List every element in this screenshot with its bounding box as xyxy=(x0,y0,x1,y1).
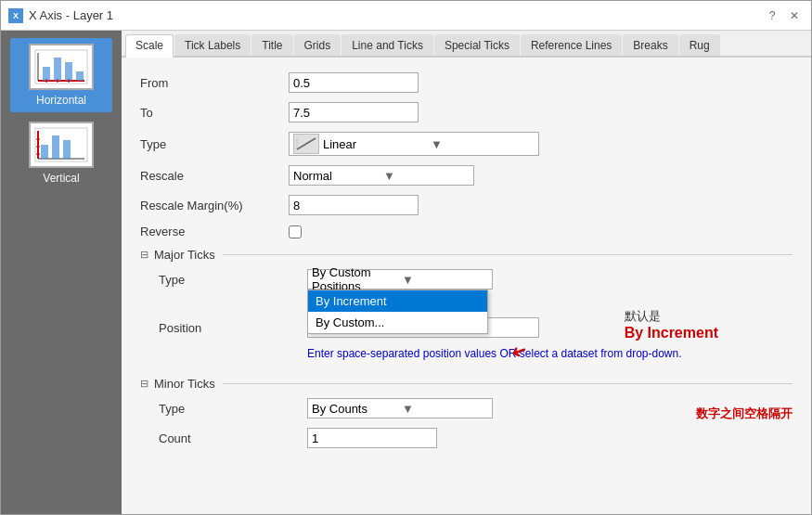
rescale-margin-row: Rescale Margin(%) xyxy=(140,195,793,215)
rescale-margin-control xyxy=(289,195,419,215)
major-ticks-line xyxy=(223,254,793,255)
vertical-label: Vertical xyxy=(43,172,79,185)
tab-grids[interactable]: Grids xyxy=(294,34,342,56)
minor-type-control: By Counts ▼ xyxy=(307,398,493,418)
count-row: Count xyxy=(159,428,793,448)
info-text: Enter space-separated position values OR… xyxy=(307,347,682,360)
svg-rect-4 xyxy=(54,58,61,81)
minor-ticks-content: Type By Counts ▼ Count xyxy=(140,398,793,448)
horizontal-label: Horizontal xyxy=(36,94,86,107)
major-ticks-title: Major Ticks xyxy=(154,248,215,262)
rescale-select[interactable]: Normal ▼ xyxy=(289,165,474,186)
title-bar: X X Axis - Layer 1 ? ✕ xyxy=(1,1,811,31)
annotation-label1: 默认是 xyxy=(625,308,718,325)
from-control xyxy=(289,72,419,93)
dropdown-item-by-increment[interactable]: By Increment xyxy=(308,290,487,312)
content-area: Horizontal Vertical xyxy=(1,31,811,514)
tab-tick-labels[interactable]: Tick Labels xyxy=(174,34,251,56)
count-input[interactable] xyxy=(307,428,437,448)
svg-line-19 xyxy=(297,138,316,149)
sidebar: Horizontal Vertical xyxy=(1,31,122,514)
position-label: Position xyxy=(159,321,307,335)
major-type-control: By Custom Positions ▼ By Increment By Cu… xyxy=(307,269,493,290)
reverse-label: Reverse xyxy=(140,225,289,238)
rescale-value: Normal xyxy=(293,169,380,183)
window-icon: X xyxy=(8,8,23,23)
rescale-label: Rescale xyxy=(140,169,289,183)
minor-type-arrow: ▼ xyxy=(402,402,488,416)
type-label: Type xyxy=(140,137,289,151)
major-type-arrow: ▼ xyxy=(402,273,488,287)
from-label: From xyxy=(140,76,289,90)
sidebar-item-vertical[interactable]: Vertical xyxy=(10,116,112,190)
type-arrow: ▼ xyxy=(431,137,535,151)
from-row: From xyxy=(140,72,793,93)
to-row: To xyxy=(140,102,793,122)
main-window: X X Axis - Layer 1 ? ✕ xyxy=(0,0,812,515)
reverse-control xyxy=(289,225,302,238)
minor-ticks-collapse[interactable]: ⊟ xyxy=(140,378,148,390)
annotation-label3: 数字之间空格隔开 xyxy=(696,406,793,422)
type-select[interactable]: Linear ▼ xyxy=(289,132,539,156)
title-controls: ? ✕ xyxy=(763,6,804,25)
annotation-group: 默认是 By Increment xyxy=(625,308,718,341)
tab-special-ticks[interactable]: Special Ticks xyxy=(434,34,520,56)
tab-reference-lines[interactable]: Reference Lines xyxy=(521,34,622,56)
minor-ticks-line xyxy=(223,383,793,384)
tab-breaks[interactable]: Breaks xyxy=(623,34,677,56)
svg-rect-13 xyxy=(41,145,48,159)
type-control: Linear ▼ xyxy=(289,132,539,156)
to-label: To xyxy=(140,106,289,120)
tab-line-and-ticks[interactable]: Line and Ticks xyxy=(342,34,433,56)
tab-bar: Scale Tick Labels Title Grids Line and T… xyxy=(122,31,811,58)
major-type-select[interactable]: By Custom Positions ▼ xyxy=(307,269,493,290)
form-area: From To Type xyxy=(122,58,811,514)
dropdown-item-by-custom[interactable]: By Custom... xyxy=(308,312,487,333)
svg-rect-5 xyxy=(65,62,72,81)
to-input[interactable] xyxy=(289,102,419,122)
from-input[interactable] xyxy=(289,72,419,93)
major-ticks-header: ⊟ Major Ticks xyxy=(140,248,793,262)
svg-rect-3 xyxy=(43,67,50,81)
major-type-dropdown: By Increment By Custom... xyxy=(307,290,488,334)
minor-type-label: Type xyxy=(159,402,307,416)
rescale-margin-input[interactable] xyxy=(289,195,419,215)
horizontal-icon xyxy=(29,44,94,90)
major-ticks-collapse[interactable]: ⊟ xyxy=(140,249,148,261)
minor-ticks-header: ⊟ Minor Ticks xyxy=(140,377,793,391)
rescale-control: Normal ▼ xyxy=(289,165,474,186)
main-panel: Scale Tick Labels Title Grids Line and T… xyxy=(122,31,811,514)
window-title: X Axis - Layer 1 xyxy=(29,8,113,22)
reverse-row: Reverse xyxy=(140,225,793,238)
type-value: Linear xyxy=(323,137,427,151)
svg-rect-6 xyxy=(76,71,84,81)
count-control xyxy=(307,428,437,448)
type-icon xyxy=(293,134,319,154)
rescale-arrow: ▼ xyxy=(383,169,470,183)
tab-scale[interactable]: Scale xyxy=(125,34,174,58)
annotation-label2: By Increment xyxy=(625,325,718,341)
title-bar-left: X X Axis - Layer 1 xyxy=(8,8,113,23)
close-button[interactable]: ✕ xyxy=(785,6,804,25)
to-control xyxy=(289,102,419,122)
count-label: Count xyxy=(159,431,307,445)
major-type-label: Type xyxy=(159,273,307,287)
vertical-icon xyxy=(29,122,94,168)
svg-rect-14 xyxy=(52,135,59,159)
rescale-margin-label: Rescale Margin(%) xyxy=(140,199,289,212)
sidebar-item-horizontal[interactable]: Horizontal xyxy=(10,38,112,112)
minor-ticks-title: Minor Ticks xyxy=(154,377,215,391)
help-button[interactable]: ? xyxy=(763,6,781,25)
info-row: Enter space-separated position values OR… xyxy=(159,347,793,367)
minor-type-select[interactable]: By Counts ▼ xyxy=(307,398,493,418)
minor-type-value: By Counts xyxy=(312,402,398,416)
tab-title[interactable]: Title xyxy=(251,34,292,56)
type-row: Type Linear ▼ xyxy=(140,132,793,156)
major-type-row: Type By Custom Positions ▼ By Increment … xyxy=(159,269,793,290)
svg-rect-15 xyxy=(63,140,71,159)
rescale-row: Rescale Normal ▼ xyxy=(140,165,793,186)
tab-rug[interactable]: Rug xyxy=(679,34,720,56)
reverse-checkbox[interactable] xyxy=(289,225,302,238)
